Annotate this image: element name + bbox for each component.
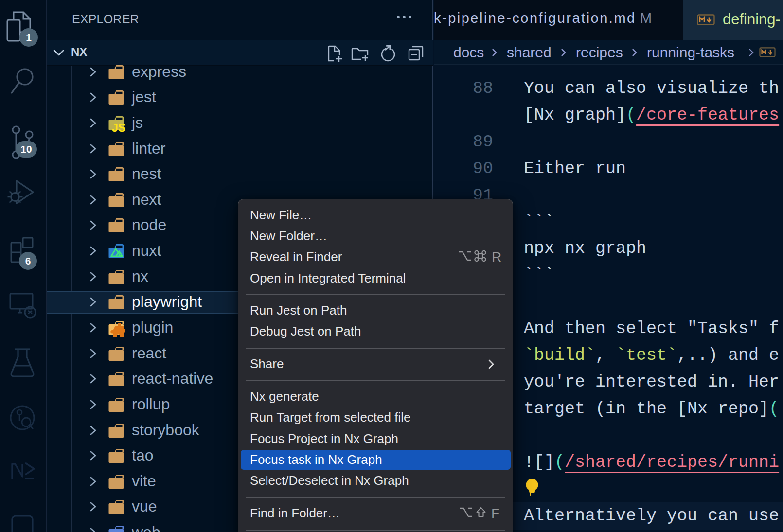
svg-text:JS: JS <box>112 122 125 132</box>
svg-text:F: F <box>491 506 499 520</box>
svg-text:R: R <box>492 250 501 264</box>
